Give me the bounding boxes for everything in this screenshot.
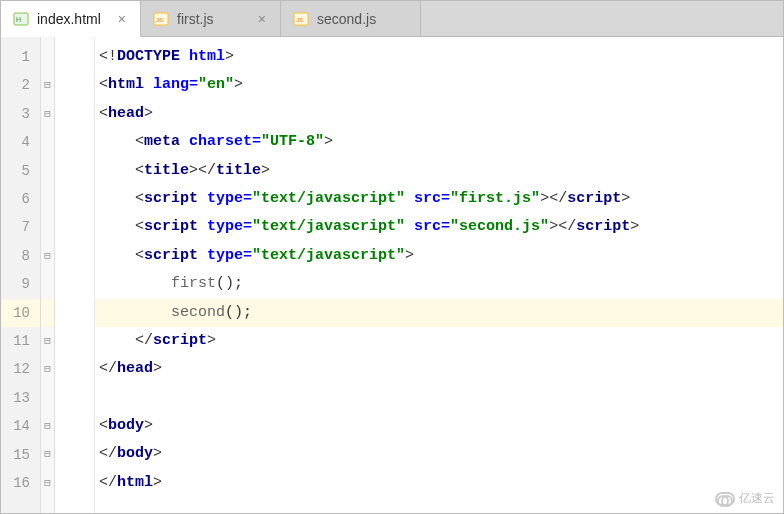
fold-toggle-icon[interactable]: ⊟	[41, 71, 54, 99]
close-icon[interactable]: ×	[114, 11, 130, 27]
fold-spacer	[41, 43, 54, 71]
tab-second-js[interactable]: JS second.js	[281, 1, 421, 36]
tab-first-js[interactable]: JS first.js ×	[141, 1, 281, 36]
watermark-icon	[715, 492, 735, 506]
watermark: 亿速云	[715, 490, 775, 507]
fold-spacer	[41, 270, 54, 298]
code-line[interactable]: <!DOCTYPE html>	[95, 43, 783, 71]
js-icon: JS	[153, 11, 169, 27]
line-number: 5	[1, 157, 40, 185]
line-number: 9	[1, 270, 40, 298]
close-icon[interactable]: ×	[254, 11, 270, 27]
code-line[interactable]: first();	[95, 270, 783, 298]
tab-label: second.js	[317, 11, 410, 27]
tab-index-html[interactable]: H index.html ×	[1, 1, 141, 37]
code-line[interactable]: <title></title>	[95, 157, 783, 185]
tab-bar: H index.html × JS first.js × JS second.j…	[1, 1, 783, 37]
line-number: 15	[1, 441, 40, 469]
line-number: 6	[1, 185, 40, 213]
svg-text:JS: JS	[156, 17, 163, 23]
line-number: 2	[1, 71, 40, 99]
fold-gutter[interactable]: ⊟⊟⊟⊟⊟⊟⊟⊟	[41, 37, 55, 513]
svg-text:JS: JS	[296, 17, 303, 23]
fold-spacer	[41, 185, 54, 213]
code-line[interactable]: <html lang="en">	[95, 71, 783, 99]
line-number: 14	[1, 412, 40, 440]
code-line[interactable]: </html>	[95, 469, 783, 497]
fold-spacer	[41, 299, 54, 327]
code-line[interactable]: <meta charset="UTF-8">	[95, 128, 783, 156]
fold-spacer	[41, 157, 54, 185]
js-icon: JS	[293, 11, 309, 27]
html-icon: H	[13, 11, 29, 27]
line-number: 11	[1, 327, 40, 355]
fold-toggle-icon[interactable]: ⊟	[41, 469, 54, 497]
fold-toggle-icon[interactable]: ⊟	[41, 327, 54, 355]
code-editor[interactable]: 12345678910111213141516 ⊟⊟⊟⊟⊟⊟⊟⊟ <!DOCTY…	[1, 37, 783, 513]
fold-toggle-icon[interactable]: ⊟	[41, 440, 54, 468]
line-number: 3	[1, 100, 40, 128]
line-number: 4	[1, 128, 40, 156]
left-margin	[55, 37, 95, 513]
code-line[interactable]: <script type="text/javascript" src="firs…	[95, 185, 783, 213]
fold-toggle-icon[interactable]: ⊟	[41, 242, 54, 270]
line-number: 1	[1, 43, 40, 71]
fold-toggle-icon[interactable]: ⊟	[41, 412, 54, 440]
fold-spacer	[41, 128, 54, 156]
line-number: 16	[1, 469, 40, 497]
code-line[interactable]: <head>	[95, 100, 783, 128]
fold-toggle-icon[interactable]: ⊟	[41, 100, 54, 128]
fold-toggle-icon[interactable]: ⊟	[41, 355, 54, 383]
code-line[interactable]: </script>	[95, 327, 783, 355]
code-line[interactable]	[95, 384, 783, 412]
watermark-text: 亿速云	[739, 490, 775, 507]
fold-spacer	[41, 384, 54, 412]
line-number: 8	[1, 242, 40, 270]
line-number-gutter: 12345678910111213141516	[1, 37, 41, 513]
code-line[interactable]: <script type="text/javascript" src="seco…	[95, 213, 783, 241]
code-line[interactable]: <body>	[95, 412, 783, 440]
svg-text:H: H	[16, 16, 21, 23]
tab-label: index.html	[37, 11, 106, 27]
line-number: 12	[1, 355, 40, 383]
code-line[interactable]: <script type="text/javascript">	[95, 242, 783, 270]
code-line[interactable]: second();	[95, 299, 783, 327]
tab-label: first.js	[177, 11, 246, 27]
code-line[interactable]: </head>	[95, 355, 783, 383]
line-number: 13	[1, 384, 40, 412]
code-line[interactable]: </body>	[95, 440, 783, 468]
code-area[interactable]: <!DOCTYPE html><html lang="en"><head> <m…	[95, 37, 783, 513]
line-number: 10	[1, 299, 40, 327]
fold-spacer	[41, 213, 54, 241]
line-number: 7	[1, 213, 40, 241]
